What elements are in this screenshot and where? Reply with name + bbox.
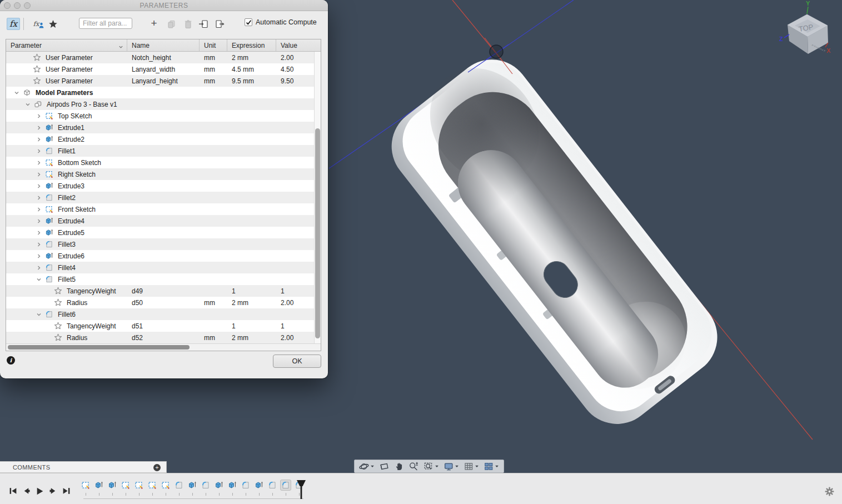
skip-start-button[interactable] <box>9 487 17 495</box>
column-value[interactable]: Value <box>276 39 314 51</box>
chevron-down-icon[interactable] <box>455 464 459 468</box>
pan-tool[interactable] <box>392 460 406 472</box>
row-name[interactable]: d50 <box>127 299 200 307</box>
table-row[interactable]: Fillet6 <box>6 308 321 320</box>
horizontal-scrollbar[interactable] <box>6 343 321 351</box>
look-at-tool[interactable] <box>377 460 392 472</box>
row-expression[interactable]: 2 mm <box>227 54 276 62</box>
horizontal-scrollbar-thumb[interactable] <box>8 345 190 350</box>
delete-icon[interactable] <box>182 18 194 30</box>
timeline-feature-extrude[interactable] <box>92 480 106 496</box>
vertical-scrollbar-thumb[interactable] <box>315 128 320 338</box>
ok-button[interactable]: OK <box>273 355 321 368</box>
step-back-button[interactable] <box>22 487 31 495</box>
table-row[interactable]: User ParameterLanyard_heightmm9.5 mm9.50 <box>6 75 321 87</box>
timeline-feature-extrude[interactable] <box>226 480 239 496</box>
user-parameter-fx-button[interactable]: fx <box>7 18 20 30</box>
timeline-feature-fillet[interactable] <box>172 480 186 496</box>
chevron-right-icon[interactable] <box>36 137 42 142</box>
dialog-titlebar[interactable]: PARAMETERS <box>0 0 328 11</box>
sort-chevron-icon[interactable] <box>118 43 123 51</box>
display-settings-tool[interactable] <box>441 460 461 472</box>
chevron-right-icon[interactable] <box>36 218 42 224</box>
chevron-right-icon[interactable] <box>36 113 42 119</box>
table-row[interactable]: Radiusd52mm2 mm2.00 <box>6 332 321 343</box>
chevron-down-icon[interactable] <box>36 312 42 317</box>
chevron-down-icon[interactable] <box>435 464 439 468</box>
timeline-feature-sketch[interactable] <box>159 480 172 496</box>
chevron-right-icon[interactable] <box>36 125 42 131</box>
checkbox-checked-icon[interactable] <box>245 18 252 26</box>
table-row[interactable]: Airpods Pro 3 - Base v1 <box>6 98 321 110</box>
chevron-right-icon[interactable] <box>36 265 42 271</box>
chevron-right-icon[interactable] <box>36 195 42 201</box>
view-cube[interactable]: TOP FRONT Y Z X <box>777 0 838 61</box>
timeline-feature-extrude[interactable] <box>212 480 226 496</box>
add-comment-icon[interactable]: + <box>153 464 161 471</box>
timeline-feature-extrude[interactable] <box>252 480 266 496</box>
table-row[interactable]: Bottom Sketch <box>6 157 321 168</box>
table-row[interactable]: User ParameterLanyard_widthmm4.5 mm4.50 <box>6 63 321 75</box>
column-parameter[interactable]: Parameter <box>6 39 127 51</box>
chevron-down-icon[interactable] <box>495 464 499 468</box>
timeline-feature-extrude[interactable] <box>186 480 199 496</box>
viewports-tool[interactable] <box>481 460 501 472</box>
table-row[interactable]: Right Sketch <box>6 168 321 180</box>
chevron-right-icon[interactable] <box>36 253 42 259</box>
row-expression[interactable]: 1 <box>227 322 276 330</box>
row-expression[interactable]: 4.5 mm <box>227 66 276 73</box>
row-name[interactable]: Lanyard_height <box>127 77 200 85</box>
chevron-down-icon[interactable] <box>475 464 479 468</box>
chevron-right-icon[interactable] <box>36 172 42 177</box>
table-row[interactable]: Fillet2 <box>6 192 321 203</box>
row-name[interactable]: Lanyard_width <box>127 66 200 73</box>
timeline-settings-gear-icon[interactable] <box>825 487 834 496</box>
table-row[interactable]: Front Sketch <box>6 203 321 215</box>
comments-bar[interactable]: COMMENTS + <box>0 461 167 473</box>
column-unit[interactable]: Unit <box>200 39 227 51</box>
column-name[interactable]: Name <box>127 39 200 51</box>
info-icon[interactable]: i <box>7 356 15 365</box>
chevron-right-icon[interactable] <box>36 242 42 247</box>
timeline-feature-extrude[interactable] <box>106 480 119 496</box>
chevron-down-icon[interactable] <box>36 277 42 282</box>
timeline-feature-fillet[interactable] <box>199 480 212 496</box>
row-name[interactable]: d52 <box>127 334 200 342</box>
table-row[interactable]: TangencyWeightd4911 <box>6 285 321 297</box>
chevron-down-icon[interactable] <box>370 464 375 468</box>
chevron-down-icon[interactable] <box>14 90 19 96</box>
table-row[interactable]: Fillet3 <box>6 238 321 250</box>
chevron-right-icon[interactable] <box>36 148 42 154</box>
play-button[interactable] <box>36 487 44 495</box>
chevron-right-icon[interactable] <box>36 207 42 212</box>
chevron-right-icon[interactable] <box>36 160 42 166</box>
table-row[interactable]: Fillet4 <box>6 262 321 273</box>
vertical-scrollbar[interactable] <box>314 52 321 343</box>
import-icon[interactable] <box>197 18 210 30</box>
table-row[interactable]: Extrude1 <box>6 122 321 133</box>
row-name[interactable]: d49 <box>127 287 200 295</box>
row-expression[interactable]: 1 <box>227 287 276 295</box>
timeline-feature-fillet[interactable] <box>279 480 292 496</box>
chevron-right-icon[interactable] <box>36 230 42 236</box>
row-name[interactable]: d51 <box>127 322 200 330</box>
table-row[interactable]: Extrude5 <box>6 227 321 238</box>
timeline-feature-sketch[interactable] <box>119 480 132 496</box>
table-row[interactable]: Fillet5 <box>6 273 321 285</box>
orbit-tool[interactable] <box>357 460 377 472</box>
timeline-feature-fillet[interactable] <box>266 480 279 496</box>
table-row[interactable]: Extrude3 <box>6 180 321 192</box>
timeline-feature-sketch[interactable] <box>79 480 92 496</box>
skip-end-button[interactable] <box>62 487 71 495</box>
table-row[interactable]: User ParameterNotch_heightmm2 mm2.00 <box>6 52 321 63</box>
fx-user-button[interactable]: fx <box>31 18 46 30</box>
table-row[interactable]: Extrude4 <box>6 215 321 227</box>
timeline-feature-fillet[interactable] <box>239 480 252 496</box>
table-row[interactable]: Extrude6 <box>6 250 321 262</box>
table-row[interactable]: TangencyWeightd5111 <box>6 320 321 332</box>
row-expression[interactable]: 2 mm <box>227 334 276 342</box>
zoom-tool[interactable] <box>406 460 421 472</box>
table-row[interactable]: Model Parameters <box>6 87 321 98</box>
table-row[interactable]: Fillet1 <box>6 145 321 157</box>
timeline-feature-sketch[interactable] <box>132 480 146 496</box>
